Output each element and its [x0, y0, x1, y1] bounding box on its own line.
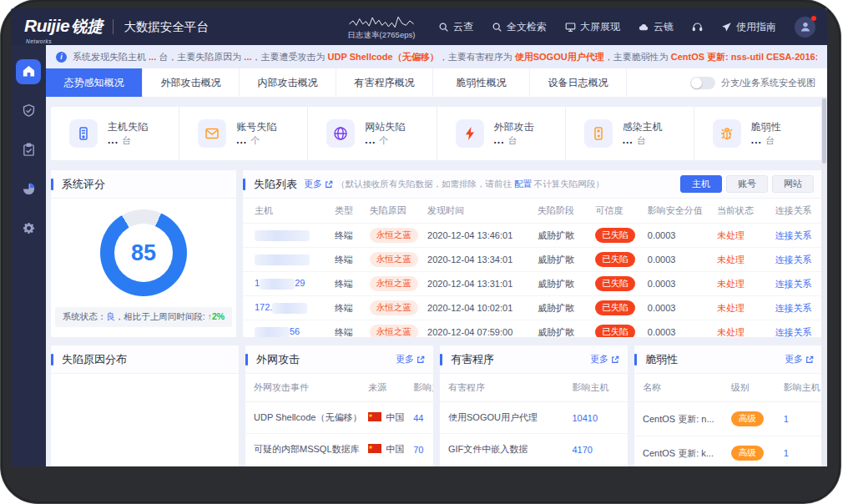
- host-ip-fragment: 29: [295, 278, 305, 288]
- sidebar-item-pie[interactable]: [11, 169, 46, 209]
- sidebar-item-home[interactable]: [11, 52, 46, 91]
- table-row: 使用SOGOU用户代理10410: [440, 402, 628, 434]
- column-header: 有害程序: [440, 374, 564, 402]
- sidebar-item-gear[interactable]: [11, 209, 46, 248]
- host-cell[interactable]: 56: [243, 320, 330, 338]
- status-text: 未处理: [717, 327, 745, 337]
- host-cell[interactable]: [243, 224, 330, 248]
- time-cell: 2020-12-04 10:02:01: [422, 296, 533, 320]
- table-row: 56终端永恒之蓝2020-12-04 07:59:00威胁扩散已失陷0.0003…: [243, 320, 822, 338]
- config-link[interactable]: 配置: [514, 179, 532, 189]
- header-menu-item-云镜[interactable]: 云镜: [639, 20, 674, 34]
- stat-unit: 个: [250, 135, 260, 145]
- host-cell[interactable]: 172.: [243, 296, 330, 320]
- filter-button-账号[interactable]: 账号: [726, 175, 768, 193]
- header-menu: 云查全文检索大屏展现云镜使用指南: [438, 20, 776, 34]
- table-row: UDP Shellcode（无偏移）中国44: [245, 402, 433, 434]
- filter-button-主机[interactable]: 主机: [680, 175, 722, 193]
- status-text: 未处理: [717, 230, 745, 240]
- tab-外部攻击概况[interactable]: 外部攻击概况: [143, 68, 240, 97]
- blurred-cell: [245, 466, 360, 467]
- affected-hosts-link[interactable]: 1: [784, 414, 789, 424]
- header-menu-item-云查[interactable]: 云查: [438, 20, 473, 34]
- scrollbar-thumb[interactable]: [822, 98, 826, 164]
- blurred-cell: [440, 466, 564, 467]
- affected-hosts-link[interactable]: 44: [413, 413, 423, 423]
- top-header: Ruijie 锐捷 Networks 大数据安全平台 日志速率(2765eps)…: [11, 8, 827, 45]
- header-menu-item-headset[interactable]: [692, 22, 703, 33]
- relation-cell: 连接关系: [770, 272, 822, 296]
- affected-hosts-link[interactable]: 10410: [573, 413, 598, 423]
- panel-accent-bar: [245, 354, 248, 365]
- header-menu-item-全文检索[interactable]: 全文检索: [492, 20, 547, 34]
- reason-cell: 永恒之蓝: [365, 296, 422, 320]
- sidebar-item-clipboard[interactable]: [11, 130, 46, 169]
- credibility-cell: 已失陷: [590, 296, 642, 320]
- note-text: （默认接收所有失陷数据，如需排除，请前往: [336, 179, 514, 189]
- source-cell: 中国: [360, 434, 405, 466]
- table-row-partial: [245, 466, 433, 467]
- host-cell[interactable]: 129: [243, 272, 330, 296]
- time-cell: 2020-12-04 07:59:00: [422, 320, 533, 338]
- column-header: 影响安全分值: [643, 199, 712, 224]
- notice-text-segment: 台，主要失陷原因为: [156, 52, 244, 62]
- affected-hosts-link[interactable]: 4170: [573, 445, 593, 455]
- host-cell[interactable]: [243, 248, 330, 272]
- reason-cell: 永恒之蓝: [365, 248, 422, 272]
- relation-link[interactable]: 连接关系: [775, 255, 811, 265]
- type-cell: 终端: [330, 320, 365, 338]
- status-cell: 未处理: [712, 272, 770, 296]
- tab-脆弱性概况[interactable]: 脆弱性概况: [433, 68, 530, 97]
- more-link[interactable]: 更多: [590, 353, 619, 365]
- sidebar-item-shield[interactable]: [11, 91, 46, 130]
- reason-pill: 永恒之蓝: [370, 300, 418, 315]
- user-avatar[interactable]: [795, 17, 815, 38]
- affected-hosts-link[interactable]: 1: [784, 448, 789, 458]
- external-link-icon: [805, 355, 814, 364]
- affected-hosts-link[interactable]: 70: [413, 445, 423, 455]
- column-header: 影响主机: [775, 374, 822, 402]
- more-link[interactable]: 更多: [785, 353, 814, 365]
- tab-设备日志概况[interactable]: 设备日志概况: [530, 68, 627, 97]
- menu-item-label: 云查: [453, 20, 473, 34]
- hosts-cell: 1: [775, 402, 822, 436]
- system-notice-text: 系统发现失陷主机 ... 台，主要失陷原因为 ...，主要遭受攻击为 UDP S…: [73, 51, 817, 63]
- list-filter-group: 主机账号网站: [680, 175, 814, 193]
- search-icon: [492, 22, 502, 33]
- time-cell: 2020-12-04 13:46:01: [422, 224, 533, 248]
- panel-accent-bar: [634, 354, 637, 365]
- main-area: i 系统发现失陷主机 ... 台，主要失陷原因为 ...，主要遭受攻击为 UDP…: [46, 45, 827, 466]
- tab-有害程序概况[interactable]: 有害程序概况: [336, 68, 433, 97]
- header-menu-item-大屏展现[interactable]: 大屏展现: [565, 20, 620, 34]
- menu-item-label: 云镜: [654, 20, 674, 34]
- relation-link[interactable]: 连接关系: [775, 327, 811, 337]
- relation-link[interactable]: 连接关系: [775, 303, 811, 313]
- blurred-cell: [360, 466, 405, 467]
- content-scrollbar[interactable]: [821, 97, 827, 466]
- stage-cell: 威胁扩散: [533, 320, 590, 338]
- filter-button-网站[interactable]: 网站: [772, 175, 814, 193]
- tab-态势感知概况[interactable]: 态势感知概况: [46, 68, 143, 97]
- window-frame: Ruijie 锐捷 Networks 大数据安全平台 日志速率(2765eps)…: [1, 0, 840, 503]
- column-header: 级别: [723, 374, 775, 402]
- tab-内部攻击概况[interactable]: 内部攻击概况: [240, 68, 336, 97]
- header-menu-item-使用指南[interactable]: 使用指南: [721, 20, 776, 34]
- stage-cell: 威胁扩散: [533, 248, 590, 272]
- more-link[interactable]: 更多: [304, 178, 333, 190]
- relation-link[interactable]: 连接关系: [775, 230, 811, 240]
- credibility-cell: 已失陷: [590, 224, 642, 248]
- system-notice-bar: i 系统发现失陷主机 ... 台，主要失陷原因为 ...，主要遭受攻击为 UDP…: [46, 45, 827, 68]
- relation-cell: 连接关系: [770, 248, 822, 272]
- redacted-ip-blur: [255, 327, 290, 337]
- branch-view-toggle[interactable]: [690, 77, 715, 89]
- search-icon: [438, 22, 449, 33]
- stat-unit: 台: [637, 135, 646, 145]
- relation-link[interactable]: 连接关系: [775, 279, 811, 289]
- system-score-value: 85: [100, 209, 187, 296]
- compromised-badge: 已失陷: [595, 300, 635, 315]
- more-link[interactable]: 更多: [396, 353, 425, 365]
- status-text: 未处理: [717, 279, 745, 289]
- relation-cell: 连接关系: [770, 224, 822, 248]
- system-score-donut-chart: 85: [100, 209, 187, 296]
- status-text: 未处理: [717, 303, 745, 313]
